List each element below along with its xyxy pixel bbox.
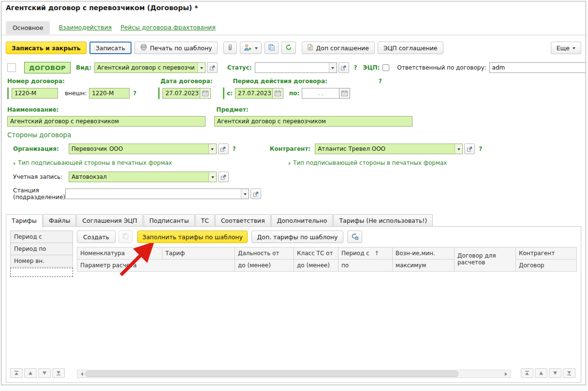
save-and-close-button[interactable]: Записать и закрыть [6, 42, 87, 54]
station-open-button[interactable] [250, 188, 261, 199]
scroll-right-button[interactable] [503, 372, 511, 376]
create-button[interactable]: Создать [77, 231, 116, 243]
tab-interactions[interactable]: Взаимодействия [59, 24, 112, 34]
number-help-mark[interactable]: ? [133, 90, 136, 97]
organization-help-mark[interactable]: ? [233, 145, 236, 152]
validity-from-input[interactable]: 27.07.2023 [235, 88, 273, 99]
column-header-counterparty[interactable]: Контрагент [516, 247, 577, 260]
calendar-icon[interactable] [273, 88, 283, 99]
kind-combobox[interactable]: Агентский договор с перевозчи [94, 62, 206, 73]
counterparty-dropdown-button[interactable] [455, 144, 462, 154]
scrollbar-thumb[interactable] [85, 371, 458, 377]
horizontal-scrollbar[interactable] [77, 370, 511, 378]
tab-main[interactable]: Основное [6, 21, 50, 34]
go-bottom-button[interactable] [563, 368, 575, 378]
scroll-left-button[interactable] [77, 372, 85, 376]
naming-fields-row: Агентский договор с перевозчиком Агентск… [6, 115, 412, 128]
add-contact-button[interactable] [240, 42, 262, 54]
organization-open-button[interactable] [218, 144, 229, 154]
status-dropdown-button[interactable] [329, 63, 337, 72]
period-grid-selected-row[interactable] [10, 268, 73, 277]
kind-open-button[interactable] [207, 62, 218, 73]
responsible-combobox[interactable]: adm [489, 62, 586, 73]
period-grid-nav [10, 368, 66, 378]
fill-tariffs-by-template-button[interactable]: Заполнить тарифы по шаблону [137, 231, 248, 243]
column-header-vehicle-class-to[interactable]: до (менее) [294, 260, 338, 272]
validity-to-input[interactable]: . . [302, 88, 339, 99]
go-bottom-button[interactable] [52, 368, 65, 378]
column-header-period-to[interactable]: по [338, 260, 393, 272]
column-header-remuneration-max[interactable]: максимум [393, 260, 455, 272]
detail-tab-vehicles[interactable]: ТС [195, 214, 215, 227]
save-button[interactable]: Записать [89, 42, 132, 54]
status-help-mark[interactable]: ? [354, 64, 357, 71]
station-dropdown-button[interactable] [241, 189, 249, 199]
counterparty-combobox[interactable]: Атлантис Тревел ООО [315, 144, 463, 154]
detail-tab-ecp-agreements[interactable]: Соглашения ЭЦП [76, 214, 143, 227]
counterparty-open-button[interactable] [464, 144, 475, 154]
go-top-button[interactable] [10, 368, 23, 378]
column-header-tariff[interactable]: Тариф [162, 247, 235, 260]
detail-tab-additional[interactable]: Дополнительно [271, 214, 333, 227]
tab-charter-trips[interactable]: Рейсы договора фрахтования [120, 24, 216, 34]
subject-input[interactable]: Агентский договор с перевозчиком [214, 116, 412, 127]
validity-help-mark[interactable]: ? [379, 78, 382, 85]
contract-number-input[interactable]: 1220-М [12, 88, 58, 99]
go-up-button[interactable] [535, 368, 547, 378]
external-number-input[interactable]: 1220-М [89, 88, 130, 99]
detail-tab-tariffs[interactable]: Тарифы [6, 214, 43, 228]
ecp-checkbox[interactable] [382, 64, 389, 71]
column-header-distance-from[interactable]: Дальность от [235, 247, 294, 260]
create-based-on-button[interactable] [265, 42, 279, 54]
org-signer-type-link[interactable]: › Тип подписывающей стороны в печатных ф… [13, 159, 172, 167]
account-dropdown-button[interactable] [208, 172, 216, 182]
detail-tab-signers[interactable]: Подписанты [144, 214, 195, 227]
station-combobox[interactable] [65, 188, 249, 199]
period-grid-header-to[interactable]: Период по [10, 243, 73, 255]
copy-row-button[interactable] [118, 231, 132, 243]
paperclip-icon [227, 44, 233, 52]
name-input[interactable]: Агентский договор с перевозчиком [7, 116, 206, 127]
column-header-period-from[interactable]: Период с↑ [338, 247, 393, 260]
column-header-vehicle-class-from[interactable]: Класс ТС от [294, 247, 338, 260]
responsible-value: adm [490, 63, 586, 72]
account-open-button[interactable] [218, 172, 229, 182]
counterparty-help-mark[interactable]: ? [479, 145, 482, 152]
chevron-down-icon [244, 193, 247, 197]
ecp-agreement-button[interactable]: ЭЦП соглашение [378, 42, 443, 54]
go-down-button[interactable] [549, 368, 561, 378]
calendar-icon[interactable] [200, 88, 211, 99]
status-open-button[interactable] [338, 62, 349, 73]
kind-dropdown-button[interactable] [197, 63, 205, 72]
attachments-button[interactable] [223, 42, 237, 54]
detail-tab-correspondences[interactable]: Соответствия [215, 214, 271, 227]
detail-tab-tariffs-deprecated[interactable]: Тарифы (Не использовать!) [333, 214, 433, 227]
column-header-contract[interactable]: Договор [516, 260, 577, 272]
extra-agreement-button[interactable]: Доп соглашение [302, 42, 374, 54]
calendar-icon[interactable] [339, 88, 350, 99]
number-labels-row: Номер договора: Дата договора: Период де… [6, 77, 382, 86]
column-header-remuneration-min[interactable]: Возн-ие,мин. [393, 247, 455, 260]
column-header-settlement-contract[interactable]: Договор для расчетов [455, 247, 516, 272]
go-top-button[interactable] [521, 368, 533, 378]
more-button[interactable]: Еще [551, 42, 581, 54]
contract-image-placeholder[interactable] [7, 63, 16, 72]
refresh-button[interactable] [281, 42, 296, 54]
counterparty-signer-type-link[interactable]: › Тип подписывающей стороны в печатных ф… [288, 159, 447, 167]
print-by-template-button[interactable]: Печать по шаблону [134, 42, 218, 54]
period-grid-header-from[interactable]: Период с [10, 231, 73, 243]
go-down-button[interactable] [38, 368, 51, 378]
go-up-button[interactable] [24, 368, 37, 378]
period-grid-header-number[interactable]: Номер вн. [10, 255, 73, 267]
contract-date-input[interactable]: 27.07.2023 [162, 88, 200, 99]
organization-combobox[interactable]: Перевозчик ООО [69, 144, 217, 154]
organization-dropdown-button[interactable] [208, 144, 216, 154]
person-add-icon [244, 44, 252, 52]
account-combobox[interactable]: Автовокзал [69, 172, 217, 182]
extra-tariffs-by-template-button[interactable]: Доп. тарифы по шаблону [251, 231, 343, 243]
account-label: Учетная запись: [13, 174, 62, 180]
status-combobox[interactable] [255, 62, 337, 73]
column-header-distance-to[interactable]: до (менее) [235, 260, 294, 272]
detail-tab-files[interactable]: Файлы [43, 214, 76, 227]
update-from-template-button[interactable] [347, 231, 362, 243]
